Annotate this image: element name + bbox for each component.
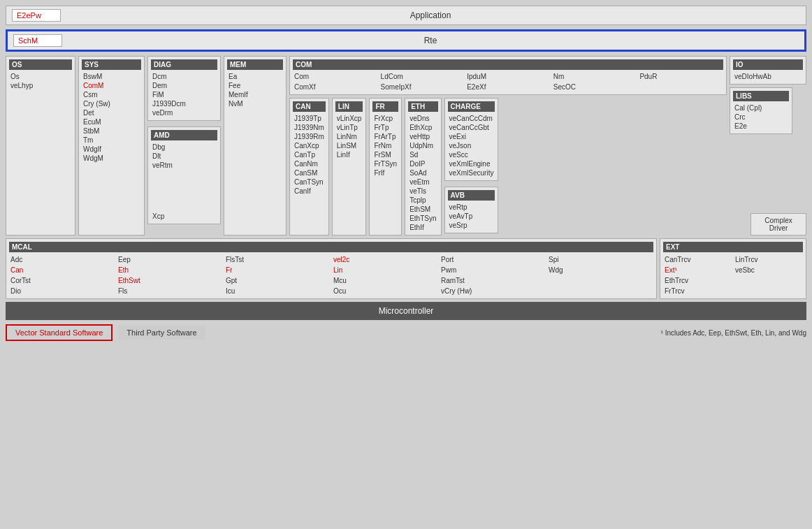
sys-comm[interactable]: ComM xyxy=(82,81,141,90)
mcal-ethswt[interactable]: EthSwt xyxy=(117,276,223,285)
amd-dlt[interactable]: Dlt xyxy=(151,152,217,161)
sys-csm[interactable]: Csm xyxy=(82,90,141,99)
mcal-adc[interactable]: Adc xyxy=(9,255,115,264)
mcal-pwm[interactable]: Pwm xyxy=(440,266,546,275)
can-j1939nm[interactable]: J1939Nm xyxy=(293,123,326,132)
mcal-can[interactable]: Can xyxy=(9,266,115,275)
charge-vecancgbt[interactable]: veCanCcGbt xyxy=(448,123,495,132)
avb-vesrp[interactable]: veSrp xyxy=(448,221,495,230)
xcp-item[interactable]: Xcp xyxy=(151,212,217,221)
diag-fim[interactable]: FiM xyxy=(151,90,217,99)
amd-dbg[interactable]: Dbg xyxy=(151,143,217,152)
lin-vlinxcp[interactable]: vLinXcp xyxy=(335,114,363,123)
avb-veavtp[interactable]: veAvTp xyxy=(448,212,495,221)
com-someipxf[interactable]: SomeIpXf xyxy=(379,82,465,92)
fr-frnm[interactable]: FrNm xyxy=(372,141,398,150)
mcal-fls[interactable]: Fls xyxy=(117,287,223,296)
mcal-gpt[interactable]: Gpt xyxy=(224,276,331,285)
mcal-port[interactable]: Port xyxy=(440,255,546,264)
charge-vecanccdm[interactable]: veCanCcCdm xyxy=(448,114,495,123)
charge-vejson[interactable]: veJson xyxy=(448,141,495,150)
avb-vertp[interactable]: veRtp xyxy=(448,203,495,212)
can-canif[interactable]: CanIf xyxy=(293,187,326,196)
amd-vertm[interactable]: veRtm xyxy=(151,161,217,170)
com-secoc[interactable]: SecOC xyxy=(552,82,637,92)
mcal-ramtst[interactable]: RamTst xyxy=(440,276,546,285)
can-cannm[interactable]: CanNm xyxy=(293,159,326,168)
ext-ethtrcv[interactable]: EthTrcv xyxy=(663,276,732,285)
mcal-lin[interactable]: Lin xyxy=(332,266,438,275)
can-cansm[interactable]: CanSM xyxy=(293,168,326,177)
mcal-mcu[interactable]: Mcu xyxy=(332,276,438,285)
mem-ea[interactable]: Ea xyxy=(227,72,283,81)
can-cantp[interactable]: CanTp xyxy=(293,150,326,159)
eth-sd[interactable]: Sd xyxy=(408,150,437,159)
diag-dem[interactable]: Dem xyxy=(151,81,217,90)
fr-frif[interactable]: FrIf xyxy=(372,168,398,177)
com-comxf[interactable]: ComXf xyxy=(293,82,378,92)
mcal-spi[interactable]: Spi xyxy=(547,255,653,264)
com-nm[interactable]: Nm xyxy=(552,72,637,81)
charge-vexmlengine[interactable]: veXmlEngine xyxy=(448,159,495,168)
mcal-vel2c[interactable]: vel2c xyxy=(332,255,438,264)
mem-fee[interactable]: Fee xyxy=(227,81,283,90)
eth-udpnm[interactable]: UdpNm xyxy=(408,141,437,150)
fr-frsm[interactable]: FrSM xyxy=(372,150,398,159)
os-item-os[interactable]: Os xyxy=(9,72,72,81)
charge-vescc[interactable]: veScc xyxy=(448,150,495,159)
eth-ethxcp[interactable]: EthXcp xyxy=(408,123,437,132)
ext-lintrcv[interactable]: LinTrcv xyxy=(734,255,803,264)
sys-cry[interactable]: Cry (Sw) xyxy=(82,99,141,108)
mcal-flstst[interactable]: FlsTst xyxy=(224,255,331,264)
mcal-ocu[interactable]: Ocu xyxy=(332,287,438,296)
sys-wdgm[interactable]: WdgM xyxy=(82,154,141,163)
charge-veexi[interactable]: veExi xyxy=(448,132,495,141)
eth-ethsm[interactable]: EthSM xyxy=(408,205,437,214)
os-item-velhyp[interactable]: veLhyp xyxy=(9,81,72,90)
fr-frxcp[interactable]: FrXcp xyxy=(372,114,398,123)
sys-wdgif[interactable]: WdgIf xyxy=(82,145,141,154)
lin-linsm[interactable]: LinSM xyxy=(335,141,363,150)
sys-tm[interactable]: Tm xyxy=(82,136,141,145)
fr-frartp[interactable]: FrArTp xyxy=(372,132,398,141)
diag-dcm[interactable]: Dcm xyxy=(151,72,217,81)
mem-memif[interactable]: MemIf xyxy=(227,90,283,99)
libs-cal[interactable]: Cal (Cpl) xyxy=(733,103,789,113)
ext-frtrcv[interactable]: FrTrcv xyxy=(663,287,732,296)
diag-j1939dcm[interactable]: J1939Dcm xyxy=(151,99,217,108)
eth-tcplp[interactable]: Tcplp xyxy=(408,196,437,205)
mcal-wdg[interactable]: Wdg xyxy=(547,266,653,275)
eth-vehttp[interactable]: veHttp xyxy=(408,132,437,141)
sys-ecum[interactable]: EcuM xyxy=(82,117,141,126)
eth-ethif[interactable]: EthIf xyxy=(408,223,437,232)
lin-vlintp[interactable]: vLinTp xyxy=(335,123,363,132)
mem-nvm[interactable]: NvM xyxy=(227,99,283,108)
mcal-eep[interactable]: Eep xyxy=(117,255,223,264)
com-ipdum[interactable]: IpduM xyxy=(465,72,551,81)
can-cantsyn[interactable]: CanTSyn xyxy=(293,177,326,187)
mcal-cortst[interactable]: CorTst xyxy=(9,276,115,285)
ext-vesbc[interactable]: veSbc xyxy=(734,266,803,275)
com-pdur[interactable]: PduR xyxy=(638,72,723,81)
eth-ethtsyn[interactable]: EthTSyn xyxy=(408,214,437,223)
can-j1939rm[interactable]: J1939Rm xyxy=(293,132,326,141)
libs-crc[interactable]: Crc xyxy=(733,113,789,122)
eth-soad[interactable]: SoAd xyxy=(408,168,437,177)
can-j1939tp[interactable]: J1939Tp xyxy=(293,114,326,123)
fr-frtsyn[interactable]: FrTSyn xyxy=(372,159,398,168)
io-vediohwab[interactable]: veDIoHwAb xyxy=(733,72,803,81)
ext-cantrcv[interactable]: CanTrcv xyxy=(663,255,732,264)
can-canxcp[interactable]: CanXcp xyxy=(293,141,326,150)
mcal-icu[interactable]: Icu xyxy=(224,287,331,296)
com-com[interactable]: Com xyxy=(293,72,378,81)
eth-vetls[interactable]: veTls xyxy=(408,187,437,196)
lin-linif[interactable]: LinIf xyxy=(335,150,363,159)
sys-det[interactable]: Det xyxy=(82,108,141,117)
eth-doip[interactable]: DoIP xyxy=(408,159,437,168)
mcal-eth[interactable]: Eth xyxy=(117,266,223,275)
diag-vedrm[interactable]: veDrm xyxy=(151,108,217,117)
ext-ext1[interactable]: Ext¹ xyxy=(663,266,732,275)
eth-vedns[interactable]: veDns xyxy=(408,114,437,123)
sys-bswm[interactable]: BswM xyxy=(82,72,141,81)
com-e2exf[interactable]: E2eXf xyxy=(465,82,551,92)
